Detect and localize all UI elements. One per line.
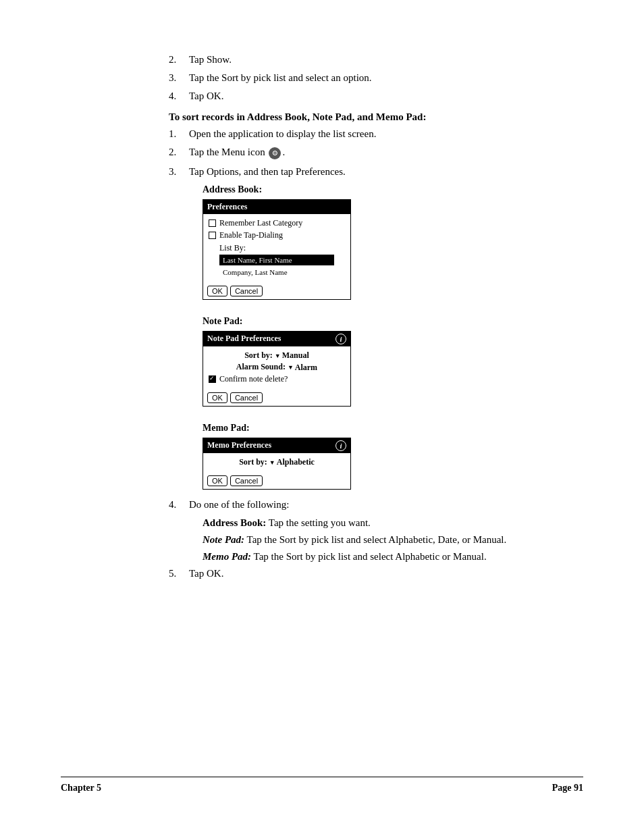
step-4-top: 4. Tap OK. — [169, 90, 543, 102]
step-text: Do one of the following: — [189, 499, 543, 511]
memo-pad-description: Memo Pad: Tap the Sort by pick list and … — [203, 551, 543, 563]
step-4: 4. Do one of the following: — [169, 499, 543, 511]
step-text: Open the application to display the list… — [189, 128, 543, 140]
sort-value[interactable]: ▼ Manual — [275, 350, 309, 361]
address-book-inline-label: Address Book: — [203, 517, 266, 528]
note-pad-body: Sort by: ▼ Manual Alarm Sound: ▼ Alarm C… — [203, 346, 350, 390]
step-text: Tap OK. — [189, 568, 543, 579]
confirm-row: Confirm note delete? — [209, 374, 345, 384]
note-pad-dialog: Note Pad Preferences i Sort by: ▼ Manual… — [203, 331, 351, 407]
info-icon: i — [336, 440, 346, 451]
note-pad-description-text: Tap the Sort by pick list and select Alp… — [247, 534, 507, 545]
ok-button[interactable]: OK — [207, 392, 227, 403]
alarm-row: Alarm Sound: ▼ Alarm — [209, 362, 345, 373]
dropdown-arrow-icon: ▼ — [288, 364, 294, 371]
note-pad-description: Note Pad: Tap the Sort by pick list and … — [203, 534, 543, 546]
checkbox-row-1: Remember Last Category — [209, 218, 345, 228]
cancel-button[interactable]: Cancel — [230, 392, 263, 403]
memo-pad-inline-label: Memo Pad: — [203, 551, 251, 562]
address-book-description-text: Tap the setting you want. — [269, 517, 371, 528]
memo-pad-title: Memo Preferences — [207, 440, 271, 450]
dropdown-arrow-icon: ▼ — [269, 459, 275, 466]
alarm-label: Alarm Sound: — [236, 362, 286, 371]
page: 2. Tap Show. 3. Tap the Sort by pick lis… — [0, 0, 644, 834]
alarm-value-text: Alarm — [295, 363, 317, 373]
memo-pad-label: Memo Pad: — [203, 423, 543, 434]
alarm-value[interactable]: ▼ Alarm — [288, 363, 317, 373]
memo-sort-label: Sort by: — [239, 457, 267, 467]
step-1-section: 1. Open the application to display the l… — [169, 128, 543, 140]
step-number: 1. — [169, 128, 189, 140]
memo-sort-row: Sort by: ▼ Alphabetic — [209, 457, 345, 468]
step-text: Tap Show. — [189, 54, 543, 66]
step-number: 3. — [169, 166, 189, 178]
cancel-button[interactable]: Cancel — [230, 475, 263, 486]
content-area: 2. Tap Show. 3. Tap the Sort by pick lis… — [169, 54, 543, 579]
dropdown-arrow-icon: ▼ — [275, 353, 281, 359]
dialog-body: Remember Last Category Enable Tap-Dialin… — [203, 214, 350, 283]
step-number: 4. — [169, 499, 189, 511]
info-icon: i — [336, 334, 346, 344]
menu-icon: ⊙ — [269, 147, 281, 159]
confirm-label: Confirm note delete? — [219, 374, 288, 384]
checkbox-remember[interactable] — [209, 219, 216, 227]
step-number: 2. — [169, 54, 189, 66]
section-heading: To sort records in Address Book, Note Pa… — [169, 111, 543, 123]
sort-row: Sort by: ▼ Manual — [209, 350, 345, 361]
memo-pad-buttons: OK Cancel — [203, 473, 350, 489]
step-number: 5. — [169, 568, 189, 579]
address-book-label: Address Book: — [203, 184, 543, 195]
checkbox-row-2: Enable Tap-Dialing — [209, 230, 345, 240]
note-pad-buttons: OK Cancel — [203, 390, 350, 406]
address-book-description: Address Book: Tap the setting you want. — [203, 517, 543, 529]
step-2-top: 2. Tap Show. — [169, 54, 543, 66]
footer-chapter: Chapter 5 — [61, 783, 101, 793]
footer-page: Page 91 — [552, 783, 583, 793]
memo-pad-body: Sort by: ▼ Alphabetic — [203, 453, 350, 473]
note-pad-title: Note Pad Preferences — [207, 334, 281, 344]
step-text: Tap OK. — [189, 90, 543, 102]
dialog-title-bar: Preferences — [203, 200, 350, 214]
step-5: 5. Tap OK. — [169, 568, 543, 579]
note-pad-title-bar: Note Pad Preferences i — [203, 332, 350, 346]
cancel-button[interactable]: Cancel — [230, 286, 263, 296]
step-text: Tap the Sort by pick list and select an … — [189, 72, 543, 84]
checkbox-label: Remember Last Category — [219, 218, 302, 228]
step-3-section: 3. Tap Options, and then tap Preferences… — [169, 166, 543, 178]
list-by-label: List By: — [219, 243, 345, 253]
step-2-section: 2. Tap the Menu icon ⊙. — [169, 147, 543, 159]
step-text: Tap the Menu icon ⊙. — [189, 147, 543, 159]
address-book-dialog: Preferences Remember Last Category Enabl… — [203, 199, 351, 300]
note-pad-inline-label: Note Pad: — [203, 534, 244, 545]
footer: Chapter 5 Page 91 — [61, 777, 583, 793]
step-number: 3. — [169, 72, 189, 84]
step-text: Tap Options, and then tap Preferences. — [189, 166, 543, 178]
step-3-top: 3. Tap the Sort by pick list and select … — [169, 72, 543, 84]
step-number: 4. — [169, 90, 189, 102]
memo-pad-dialog: Memo Preferences i Sort by: ▼ Alphabetic… — [203, 438, 351, 490]
follow-up-items: Address Book: Tap the setting you want. … — [203, 517, 543, 563]
dialog-buttons: OK Cancel — [203, 283, 350, 299]
checkbox-label: Enable Tap-Dialing — [219, 230, 283, 240]
sort-label: Sort by: — [244, 350, 273, 360]
sort-value-text: Manual — [282, 350, 309, 361]
dialog-title: Preferences — [207, 202, 248, 212]
list-option-2[interactable]: Company, Last Name — [219, 267, 334, 278]
note-pad-label: Note Pad: — [203, 316, 543, 327]
ok-button[interactable]: OK — [207, 475, 227, 486]
memo-pad-title-bar: Memo Preferences i — [203, 438, 350, 453]
ok-button[interactable]: OK — [207, 286, 227, 296]
checkbox-tap-dialing[interactable] — [209, 232, 216, 239]
memo-sort-value[interactable]: ▼ Alphabetic — [269, 457, 315, 467]
memo-pad-description-text: Tap the Sort by pick list and select Alp… — [254, 551, 487, 562]
memo-sort-value-text: Alphabetic — [277, 457, 315, 467]
step-number: 2. — [169, 147, 189, 159]
list-option-1[interactable]: Last Name, First Name — [219, 255, 334, 265]
checkbox-confirm[interactable] — [209, 375, 216, 383]
